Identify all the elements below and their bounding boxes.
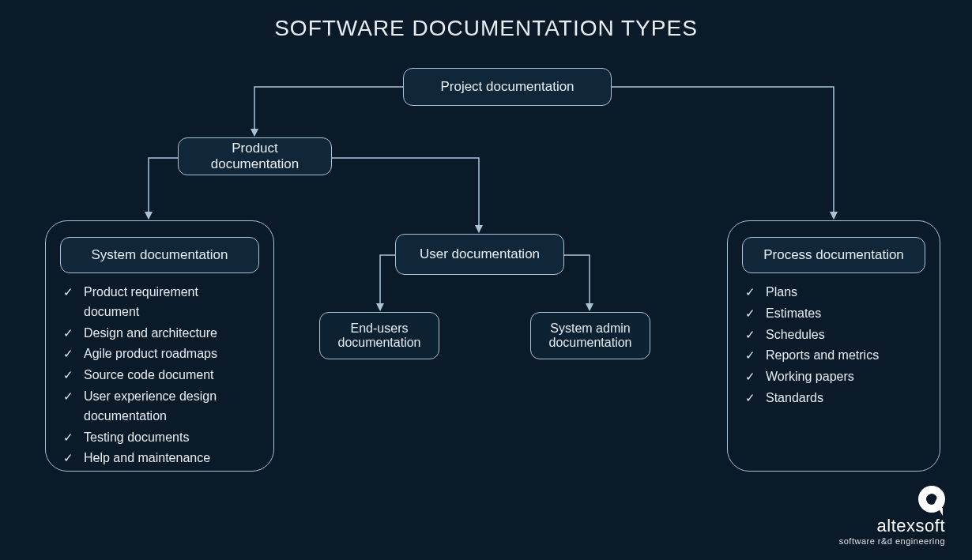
- node-product-documentation: Product documentation: [178, 137, 332, 175]
- panel-list-system: Product requirement document Design and …: [63, 283, 256, 468]
- list-item: Estimates: [745, 304, 922, 324]
- list-item: User experience design documentation: [63, 387, 256, 427]
- node-end-users-documentation: End-users documentation: [319, 312, 439, 359]
- node-user-documentation: User documentation: [395, 234, 564, 275]
- list-item: Plans: [745, 283, 922, 303]
- panel-system-documentation: System documentation Product requirement…: [45, 220, 274, 472]
- list-item: Reports and metrics: [745, 346, 922, 366]
- panel-header-process: Process documentation: [742, 237, 925, 273]
- list-item: Testing documents: [63, 428, 256, 448]
- node-project-documentation: Project documentation: [403, 68, 612, 106]
- node-label: Product documentation: [193, 141, 317, 172]
- panel-process-documentation: Process documentation Plans Estimates Sc…: [727, 220, 940, 472]
- diagram-canvas: SOFTWARE DOCUMENTATION TYPES Project doc…: [0, 0, 972, 560]
- diagram-title: SOFTWARE DOCUMENTATION TYPES: [0, 16, 972, 41]
- node-label: Project documentation: [440, 79, 574, 95]
- list-item: Standards: [745, 389, 922, 408]
- node-label: System admin documentation: [545, 321, 635, 350]
- list-item: Source code document: [63, 366, 256, 385]
- list-item: Schedules: [745, 325, 922, 345]
- brand-name: altexsoft: [839, 516, 945, 536]
- list-item: Help and maintenance: [63, 449, 256, 468]
- list-item: Product requirement document: [63, 283, 256, 322]
- panel-list-process: Plans Estimates Schedules Reports and me…: [745, 283, 922, 408]
- node-label: End-users documentation: [334, 321, 424, 350]
- brand-logo-icon: [918, 486, 945, 513]
- list-item: Working papers: [745, 367, 922, 387]
- list-item: Design and architecture: [63, 324, 256, 344]
- brand-logo: altexsoft software r&d engineering: [839, 486, 945, 546]
- brand-tagline: software r&d engineering: [839, 536, 945, 546]
- node-system-admin-documentation: System admin documentation: [530, 312, 650, 359]
- panel-header-system: System documentation: [60, 237, 259, 273]
- list-item: Agile product roadmaps: [63, 344, 256, 364]
- node-label: User documentation: [420, 246, 540, 262]
